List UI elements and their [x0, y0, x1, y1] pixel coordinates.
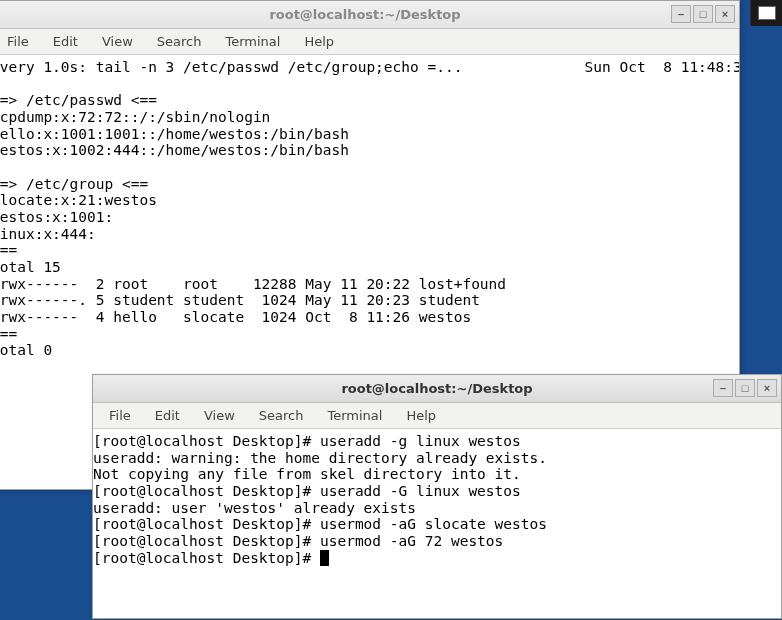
menu-help[interactable]: Help	[394, 405, 448, 426]
menu-edit[interactable]: Edit	[41, 31, 90, 52]
maximize-button[interactable]: □	[735, 379, 755, 397]
titlebar-2[interactable]: root@localhost:~/Desktop – □ ×	[93, 375, 781, 403]
minimize-button[interactable]: –	[671, 5, 691, 23]
menu-search[interactable]: Search	[247, 405, 316, 426]
terminal-cursor	[320, 550, 329, 566]
menu-edit[interactable]: Edit	[143, 405, 192, 426]
maximize-button[interactable]: □	[693, 5, 713, 23]
taskbar-fragment	[750, 0, 782, 26]
terminal-output-2[interactable]: [root@localhost Desktop]# useradd -g lin…	[93, 429, 781, 570]
window-controls-1: – □ ×	[671, 5, 735, 23]
menu-help[interactable]: Help	[292, 31, 346, 52]
titlebar-1[interactable]: root@localhost:~/Desktop – □ ×	[0, 1, 739, 29]
terminal-window-2: root@localhost:~/Desktop – □ × File Edit…	[92, 374, 782, 619]
menu-file[interactable]: File	[0, 31, 41, 52]
minimize-button[interactable]: –	[713, 379, 733, 397]
menu-file[interactable]: File	[97, 405, 143, 426]
window-controls-2: – □ ×	[713, 379, 777, 397]
menubar-1: File Edit View Search Terminal Help	[0, 29, 739, 55]
taskbar-window-thumb[interactable]	[758, 6, 776, 20]
window-title: root@localhost:~/Desktop	[341, 381, 532, 396]
close-button[interactable]: ×	[757, 379, 777, 397]
menu-view[interactable]: View	[192, 405, 247, 426]
menu-search[interactable]: Search	[145, 31, 214, 52]
menubar-2: File Edit View Search Terminal Help	[93, 403, 781, 429]
close-button[interactable]: ×	[715, 5, 735, 23]
menu-terminal[interactable]: Terminal	[315, 405, 394, 426]
window-title: root@localhost:~/Desktop	[269, 7, 460, 22]
menu-terminal[interactable]: Terminal	[213, 31, 292, 52]
menu-view[interactable]: View	[90, 31, 145, 52]
terminal-output-1[interactable]: Every 1.0s: tail -n 3 /etc/passwd /etc/g…	[0, 55, 739, 363]
